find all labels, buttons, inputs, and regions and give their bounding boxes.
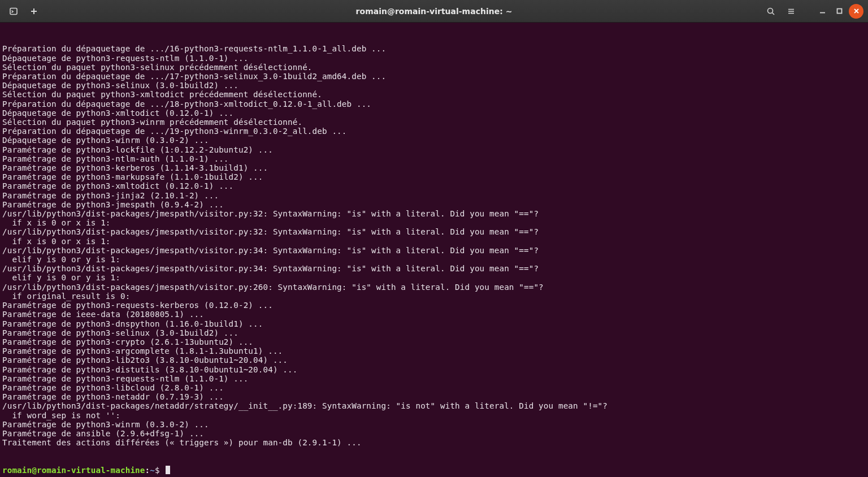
terminal-line: Dépaquetage de python3-selinux (3.0-1bui… [2,81,866,90]
new-tab-button[interactable] [5,3,23,19]
terminal-line: Traitement des actions différées (« trig… [2,438,866,447]
prompt-symbol: $ [155,466,160,475]
terminal-tab-icon [9,7,18,16]
terminal-line: Préparation du dépaquetage de .../19-pyt… [2,127,866,136]
svg-rect-0 [10,8,17,14]
prompt-path: ~ [150,466,155,475]
terminal-line: Paramétrage de python3-markupsafe (1.1.0… [2,172,866,181]
terminal-line: Dépaquetage de python3-requests-ntlm (1.… [2,54,866,63]
terminal-line: Préparation du dépaquetage de .../17-pyt… [2,72,866,81]
cursor [166,466,170,474]
terminal-line: Paramétrage de python3-netaddr (0.7.19-3… [2,392,866,401]
terminal-line: /usr/lib/python3/dist-packages/jmespath/… [2,246,866,255]
search-button[interactable] [762,3,780,19]
terminal-line: Paramétrage de python3-xmltodict (0.12.0… [2,181,866,190]
terminal-line: Paramétrage de python3-lib2to3 (3.8.10-0… [2,355,866,365]
terminal-line: Paramétrage de python3-dnspython (1.16.0… [2,319,866,328]
terminal-line: Paramétrage de python3-jinja2 (2.10.1-2)… [2,191,866,200]
terminal-line: Paramétrage de python3-jmespath (0.9.4-2… [2,200,866,209]
terminal-line: Paramétrage de ansible (2.9.6+dfsg-1) ..… [2,429,866,438]
terminal-line: elif y is 0 or y is 1: [2,273,866,282]
plus-icon [29,7,38,16]
svg-rect-2 [837,9,841,14]
terminal-line: if original_result is 0: [2,292,866,301]
hamburger-menu-button[interactable] [782,3,800,19]
terminal-line: /usr/lib/python3/dist-packages/jmespath/… [2,264,866,273]
terminal-output: Préparation du dépaquetage de .../16-pyt… [2,44,866,447]
terminal-line: /usr/lib/python3/dist-packages/netaddr/s… [2,401,866,410]
terminal-line: Paramétrage de python3-crypto (2.6.1-13u… [2,337,866,346]
terminal-line: Dépaquetage de python3-winrm (0.3.0-2) .… [2,136,866,145]
hamburger-icon [787,7,796,16]
terminal-line: /usr/lib/python3/dist-packages/jmespath/… [2,227,866,236]
titlebar: romain@romain-virtual-machine: ~ [0,0,868,23]
terminal-line: Sélection du paquet python3-winrm précéd… [2,118,866,127]
terminal-line: /usr/lib/python3/dist-packages/jmespath/… [2,283,866,292]
terminal-line: Préparation du dépaquetage de .../18-pyt… [2,99,866,109]
terminal-line: Préparation du dépaquetage de .../16-pyt… [2,44,866,53]
terminal-line: Sélection du paquet python3-xmltodict pr… [2,90,866,99]
close-button[interactable] [849,4,863,19]
window-title: romain@romain-virtual-machine: ~ [0,7,868,16]
terminal-line: Paramétrage de python3-lockfile (1:0.12.… [2,145,866,154]
terminal-line: Dépaquetage de python3-xmltodict (0.12.0… [2,109,866,118]
close-icon [853,8,860,14]
terminal-line: Paramétrage de python3-distutils (3.8.10… [2,365,866,374]
terminal-line: Sélection du paquet python3-selinux préc… [2,63,866,72]
prompt-userhost: romain@romain-virtual-machine [2,466,145,475]
terminal-line: Paramétrage de python3-ntlm-auth (1.1.0-… [2,154,866,163]
terminal-line: Paramétrage de python3-requests-ntlm (1.… [2,374,866,383]
terminal-viewport[interactable]: Préparation du dépaquetage de .../16-pyt… [0,23,868,477]
terminal-line: Paramétrage de python3-libcloud (2.8.0-1… [2,383,866,392]
titlebar-left [5,3,43,19]
terminal-line: if x is 0 or x is 1: [2,237,866,246]
search-icon [766,7,775,16]
terminal-line: Paramétrage de python3-winrm (0.3.0-2) .… [2,420,866,429]
minimize-icon [819,8,826,14]
add-tab-button[interactable] [25,3,43,19]
terminal-line: /usr/lib/python3/dist-packages/jmespath/… [2,209,866,218]
terminal-line: Paramétrage de python3-argcomplete (1.8.… [2,346,866,355]
maximize-icon [836,8,843,14]
terminal-line: elif y is 0 or y is 1: [2,255,866,264]
terminal-line: Paramétrage de python3-kerberos (1.1.14-… [2,163,866,172]
terminal-line: if x is 0 or x is 1: [2,218,866,227]
titlebar-right [762,3,863,19]
minimize-button[interactable] [815,4,830,19]
svg-point-1 [768,8,773,13]
terminal-line: if word_sep is not '': [2,411,866,420]
terminal-line: Paramétrage de python3-selinux (3.0-1bui… [2,328,866,337]
maximize-button[interactable] [832,4,847,19]
shell-prompt: romain@romain-virtual-machine:~$ [2,466,866,475]
terminal-line: Paramétrage de ieee-data (20180805.1) ..… [2,310,866,319]
terminal-line: Paramétrage de python3-requests-kerberos… [2,301,866,310]
